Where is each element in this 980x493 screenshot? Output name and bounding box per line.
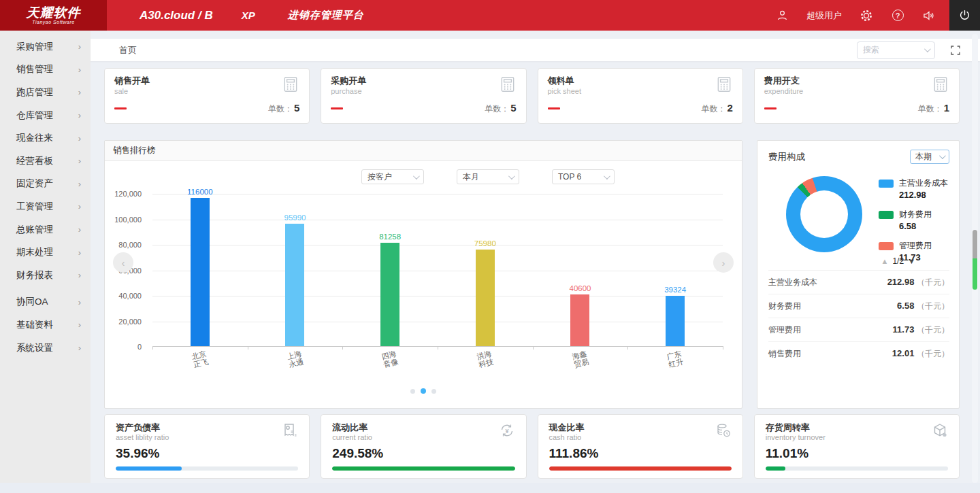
expense-panel-header: 费用构成 本期 [757, 141, 959, 164]
power-icon [958, 9, 971, 22]
chevron-down-icon [604, 173, 610, 180]
summary-card-2[interactable]: 采购开单purchase单数：5 [321, 68, 526, 124]
chevron-down-icon [508, 173, 515, 180]
pagination-dot-2[interactable] [421, 388, 426, 394]
ratio-card-subtitle: asset liblity ratio [116, 433, 169, 441]
chart-next-arrow[interactable]: › [713, 252, 734, 273]
summary-card-4[interactable]: 费用开支expenditure单数：1 [754, 68, 960, 124]
ratio-progress-track [116, 466, 298, 471]
sidebar-item-13[interactable]: 基础资料› [0, 313, 91, 337]
sidebar-item-1[interactable]: 采购管理› [0, 35, 91, 58]
chart-filter-3[interactable]: TOP 6 [552, 169, 615, 184]
ratio-card-texts: 资产负债率asset liblity ratio [116, 422, 169, 441]
fullscreen-button[interactable] [950, 45, 961, 56]
summary-card-count: 单数：5 [268, 102, 299, 115]
pagination-dot-1[interactable] [410, 389, 415, 394]
content: 销售开单sale单数：5采购开单purchase单数：5领料单pick shee… [104, 68, 960, 479]
sidebar-item-7[interactable]: 固定资产› [0, 173, 91, 196]
sidebar-item-label: 协同OA [16, 296, 48, 308]
sidebar-item-12[interactable]: 协同OA› [0, 291, 91, 314]
ratio-card-1[interactable]: 资产负债率asset liblity ratio35.96% [104, 414, 310, 479]
red-dash [331, 107, 343, 109]
username-label[interactable]: 超级用户 [806, 10, 842, 22]
header-titles: A30.cloud / B XP 进销存管理平台 [140, 9, 364, 22]
bar-slot: 40600 [533, 294, 628, 346]
sidebar-item-9[interactable]: 总账管理› [0, 218, 91, 241]
sidebar-item-3[interactable]: 跑店管理› [0, 81, 91, 104]
donut-chart: 主营业务成本212.98财务费用6.58管理费用11.73 [757, 168, 959, 255]
chevron-right-icon: › [78, 156, 81, 166]
calculator-icon [715, 75, 733, 95]
refresh-currency-icon: ¥ [499, 422, 515, 441]
sidebar-item-label: 采购管理 [16, 41, 53, 53]
sidebar-item-6[interactable]: 经营看板› [0, 150, 91, 173]
ratio-card-2[interactable]: 流动比率current ratio¥249.58% [321, 414, 526, 479]
chevron-right-icon: › [78, 297, 81, 307]
search-select[interactable]: 搜索 [857, 41, 935, 59]
expense-row-unit: （千元） [917, 277, 949, 287]
legend-item-row: 财务费用 [879, 209, 948, 220]
period-select[interactable]: 本期 [910, 150, 949, 164]
summary-card-1[interactable]: 销售开单sale单数：5 [104, 68, 310, 124]
logo[interactable]: 天耀软件 Tianyao Software [0, 0, 107, 31]
ratio-progress-fill [766, 466, 786, 471]
gear-icon[interactable] [860, 9, 873, 22]
scrollbar-thumb[interactable] [973, 230, 977, 258]
pagination-dot-3[interactable] [431, 389, 436, 394]
sidebar-item-5[interactable]: 现金往来› [0, 126, 91, 150]
summary-card-title: 领料单 [548, 75, 582, 86]
count-value: 2 [727, 102, 732, 114]
ratio-card-4[interactable]: 存货周转率inventory turnover11.01% [754, 414, 960, 479]
sidebar-item-11[interactable]: 财务报表› [0, 264, 91, 287]
sidebar-item-2[interactable]: 销售管理› [0, 58, 91, 82]
count-label: 单数： [918, 104, 943, 114]
summary-card-3[interactable]: 领料单pick sheet单数：2 [538, 68, 743, 124]
legend-item-1[interactable]: 主营业务成本212.98 [879, 177, 948, 200]
power-button[interactable] [949, 0, 980, 31]
sidebar-item-14[interactable]: 系统设置› [0, 337, 91, 360]
bar-value-label: 81258 [342, 233, 438, 241]
middle-row: 销售排行榜 按客户本月TOP 6 020,00040,00060,00080,0… [104, 140, 960, 409]
bar-value-label: 39324 [627, 286, 723, 294]
chevron-right-icon: › [78, 179, 81, 189]
expense-row-amount: 12.01 [892, 348, 917, 358]
expense-row-label: 主营业务成本 [768, 277, 817, 288]
expense-panel: 费用构成 本期 主营业务成本212.98财务费用6.58管理费用11.73 ▲ [757, 140, 960, 409]
legend-swatch [879, 242, 894, 250]
bar-洪海科技 [476, 250, 495, 346]
chart-prev-arrow[interactable]: ‹ [113, 252, 133, 273]
chevron-right-icon: › [78, 110, 81, 120]
bar-海鑫贸易 [570, 294, 589, 346]
chart-filter-2[interactable]: 本月 [457, 169, 519, 184]
ratio-card-3[interactable]: 现金比率cash ratio111.86% [538, 414, 743, 479]
scrollbar-thumb-green[interactable] [973, 258, 977, 290]
chart-filter-1[interactable]: 按客户 [361, 169, 424, 184]
ratio-card-texts: 流动比率current ratio [332, 422, 372, 441]
ratio-progress-fill [332, 466, 514, 471]
user-icon[interactable] [775, 9, 789, 22]
sidebar-item-label: 经营看板 [16, 155, 53, 167]
y-tick-label: 100,000 [114, 216, 142, 224]
x-axis-labels: 北京正飞上海永通四海音像洪海科技海鑫贸易广东红升 [152, 351, 723, 371]
ratio-card-header: 现金比率cash ratio [549, 422, 732, 441]
speaker-icon[interactable] [922, 9, 936, 22]
ratio-card-subtitle: cash ratio [549, 433, 585, 441]
ratio-progress-track [766, 466, 948, 471]
tab-home[interactable]: 首页 [119, 44, 137, 56]
sidebar-item-8[interactable]: 工资管理› [0, 195, 91, 218]
chart-filters: 按客户本月TOP 6 [169, 161, 806, 192]
chevron-down-icon [924, 46, 931, 52]
bar-value-label: 116000 [152, 188, 248, 196]
main-area: 首页 搜索 销售开单sale单数：5采购开单purchase单数：5领料单pic… [91, 31, 980, 483]
summary-card-title: 销售开单 [114, 75, 150, 86]
legend-swatch [879, 211, 894, 219]
bar-北京正飞 [191, 198, 210, 346]
sidebar-item-4[interactable]: 仓库管理› [0, 104, 91, 127]
expense-row-value: 12.01 （千元） [892, 348, 949, 360]
help-glyph: ? [892, 10, 904, 21]
sidebar-item-10[interactable]: 期末处理› [0, 241, 91, 264]
help-icon[interactable]: ? [891, 9, 904, 22]
legend-item-3[interactable]: 管理费用11.73 [879, 240, 948, 262]
donut-hole [800, 190, 848, 238]
legend-item-2[interactable]: 财务费用6.58 [879, 209, 948, 231]
